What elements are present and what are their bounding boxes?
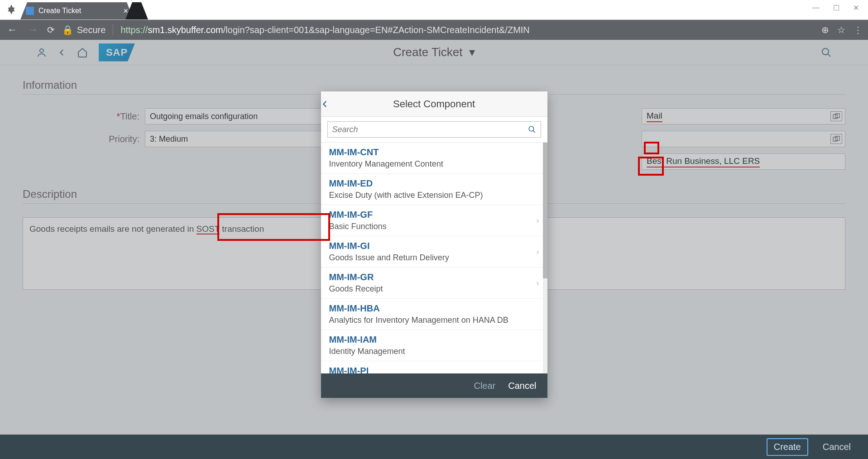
close-window-icon[interactable]: ✕ bbox=[853, 4, 859, 12]
component-code: MM-IM-GF bbox=[329, 210, 539, 220]
nav-forward-icon[interactable]: → bbox=[26, 24, 40, 36]
create-button[interactable]: Create bbox=[767, 438, 808, 456]
url-domain: sm1.skybuffer.com bbox=[148, 25, 223, 35]
component-item-mm-im-gi[interactable]: MM-IM-GIGoods Issue and Return Delivery› bbox=[321, 236, 547, 268]
chevron-right-icon: › bbox=[537, 216, 539, 225]
scrollbar-thumb[interactable] bbox=[543, 143, 547, 278]
minimize-icon[interactable]: — bbox=[812, 4, 820, 12]
maximize-icon[interactable]: ☐ bbox=[833, 4, 839, 12]
cancel-button[interactable]: Cancel bbox=[816, 439, 857, 455]
component-item-mm-im-ed[interactable]: MM-IM-EDExcise Duty (with active Extensi… bbox=[321, 174, 547, 205]
nav-back-icon[interactable]: ← bbox=[5, 24, 19, 36]
chevron-right-icon: › bbox=[537, 278, 539, 288]
browser-toolbar: ← → ⟳ 🔒 Secure https://sm1.skybuffer.com… bbox=[0, 20, 868, 40]
svg-point-7 bbox=[529, 126, 534, 131]
component-desc: Goods Receipt bbox=[329, 284, 539, 294]
component-desc: Goods Issue and Return Delivery bbox=[329, 253, 539, 263]
chevron-right-icon: › bbox=[537, 372, 539, 374]
app-shell: SAP Create Ticket ▾ Information *Title: … bbox=[0, 40, 868, 459]
window-controls: — ☐ ✕ bbox=[812, 4, 859, 12]
address-bar[interactable]: https://sm1.skybuffer.com/login?sap-clie… bbox=[120, 25, 814, 35]
tab-favicon bbox=[26, 7, 34, 15]
search-input[interactable] bbox=[332, 125, 528, 134]
component-item-mm-im-iam[interactable]: MM-IM-IAMIdentity Management bbox=[321, 330, 547, 361]
component-code: MM-IM-HBA bbox=[329, 303, 539, 314]
url-protocol: https:// bbox=[120, 25, 148, 35]
component-code: MM-IM-IAM bbox=[329, 335, 539, 345]
secure-indicator[interactable]: 🔒 Secure bbox=[62, 24, 106, 35]
dialog-cancel-button[interactable]: Cancel bbox=[508, 381, 536, 391]
zoom-icon[interactable]: ⊕ bbox=[821, 24, 829, 35]
component-code: MM-IM-ED bbox=[329, 178, 539, 189]
component-item-mm-im-gf[interactable]: MM-IM-GFBasic Functions› bbox=[321, 205, 547, 236]
component-desc: Excise Duty (with active Extension EA-CP… bbox=[329, 191, 539, 200]
bookmark-star-icon[interactable]: ☆ bbox=[837, 24, 845, 35]
dialog-footer: Clear Cancel bbox=[321, 373, 547, 398]
chevron-right-icon: › bbox=[537, 247, 539, 257]
component-item-mm-im-cnt[interactable]: MM-IM-CNTInventory Management Content bbox=[321, 143, 547, 174]
component-desc: Inventory Management Content bbox=[329, 159, 539, 169]
page-footer: Create Cancel bbox=[0, 435, 868, 459]
dialog-clear-button[interactable]: Clear bbox=[474, 381, 495, 391]
new-tab-button[interactable] bbox=[125, 2, 148, 19]
dialog-header: Select Component bbox=[321, 91, 547, 117]
dialog-search-row bbox=[321, 117, 547, 143]
reload-icon[interactable]: ⟳ bbox=[47, 24, 55, 35]
dialog-back-icon[interactable] bbox=[321, 100, 344, 108]
select-component-dialog: Select Component MM-IM-CNTInventory Mana… bbox=[321, 91, 547, 398]
component-code: MM-IM-CNT bbox=[329, 147, 539, 158]
tab-title: Create Ticket bbox=[38, 7, 119, 15]
component-code: MM-IM-GR bbox=[329, 272, 539, 282]
component-item-mm-im-hba[interactable]: MM-IM-HBAAnalytics for Inventory Managem… bbox=[321, 299, 547, 330]
scrollbar-track bbox=[543, 143, 547, 373]
component-list: MM-IM-CNTInventory Management ContentMM-… bbox=[321, 143, 547, 373]
separator bbox=[113, 24, 113, 35]
component-item-mm-im-gr[interactable]: MM-IM-GRGoods Receipt› bbox=[321, 268, 547, 299]
svg-line-8 bbox=[533, 130, 535, 133]
lock-icon: 🔒 bbox=[62, 24, 73, 35]
secure-text: Secure bbox=[77, 25, 106, 35]
component-code: MM-IM-PI bbox=[329, 366, 539, 373]
browser-tab[interactable]: Create Ticket × bbox=[20, 2, 134, 19]
component-desc: Identity Management bbox=[329, 347, 539, 356]
tab-close-icon[interactable]: × bbox=[123, 6, 128, 16]
dialog-title: Select Component bbox=[393, 98, 475, 110]
component-item-mm-im-pi[interactable]: MM-IM-PIPhysical Inventory› bbox=[321, 361, 547, 373]
browser-tab-strip: Create Ticket × — ☐ ✕ bbox=[0, 0, 868, 20]
incognito-icon bbox=[0, 0, 23, 19]
menu-dots-icon[interactable]: ⋮ bbox=[854, 24, 863, 35]
component-desc: Analytics for Inventory Management on HA… bbox=[329, 316, 539, 325]
component-code: MM-IM-GI bbox=[329, 241, 539, 251]
search-icon[interactable] bbox=[528, 125, 536, 134]
url-path: /login?sap-client=001&sap-language=EN#ZA… bbox=[223, 25, 530, 35]
dialog-search-input[interactable] bbox=[327, 121, 541, 138]
component-desc: Basic Functions bbox=[329, 222, 539, 231]
